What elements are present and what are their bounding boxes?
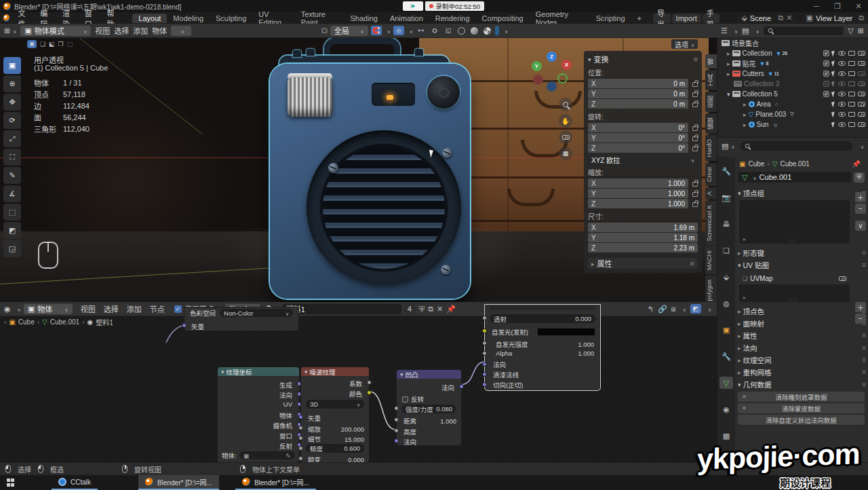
vertex-groups-list[interactable]: ▸ :::: bbox=[739, 200, 850, 244]
transform-pivot-icon[interactable]: ⛋ bbox=[321, 26, 327, 35]
close-button[interactable]: ✕ bbox=[849, 2, 868, 11]
alpha-field[interactable]: Alpha1.000 bbox=[496, 350, 594, 357]
tab-world[interactable]: ◍ bbox=[719, 297, 733, 309]
emission-input-socket[interactable] bbox=[482, 328, 487, 333]
snap-dropdown[interactable] bbox=[384, 26, 391, 35]
outliner-filter-icon[interactable]: ▽ bbox=[848, 26, 853, 35]
editor-type-3dview-icon[interactable]: ⊞ bbox=[4, 26, 16, 35]
tab-material[interactable]: ◉ bbox=[719, 403, 733, 415]
viewport-3d[interactable]: ▣ ⊕ ✥ ⟳ ⤢ ⛶ ✎ ∡ ⬚ ◩ ◲ ▦ ❏ ⬕ ❐ ⬚ 用户透视 (1)… bbox=[0, 38, 717, 302]
sidebar-tab-tool[interactable]: 工具 bbox=[705, 70, 717, 90]
tool-extra-2[interactable]: ◲ bbox=[3, 240, 21, 257]
tool-add-cube[interactable]: ⬚ bbox=[3, 204, 21, 221]
pan-button[interactable]: ✋ bbox=[559, 114, 572, 128]
selectable-icon[interactable] bbox=[831, 121, 836, 128]
outliner-row-plane003[interactable]: ▽ Plane.003∇ bbox=[717, 109, 868, 119]
outliner-row-collection5[interactable]: Collection 5 ✓ bbox=[717, 89, 868, 99]
render-icon[interactable] bbox=[858, 112, 865, 117]
render-icon[interactable] bbox=[858, 71, 865, 76]
scale-y-field[interactable]: Y1.000 bbox=[588, 189, 688, 198]
scale-x-field[interactable]: X1.000 bbox=[588, 178, 688, 188]
clear-skin-data-button[interactable]: ✕清除蒙皮数据 bbox=[738, 403, 865, 413]
checkbox-icon[interactable]: ✓ bbox=[823, 50, 829, 56]
selectable-icon[interactable] bbox=[831, 101, 836, 107]
tool-transform[interactable]: ⛶ bbox=[3, 149, 21, 166]
manual-button[interactable]: 手册 bbox=[703, 14, 720, 23]
distortion-field[interactable]: 畸变0.000 bbox=[308, 455, 364, 462]
eye-icon[interactable] bbox=[838, 122, 846, 127]
lock-icon[interactable] bbox=[692, 147, 698, 151]
workspace-tab-modeling[interactable]: Modeling bbox=[167, 14, 210, 23]
properties-options-dropdown[interactable] bbox=[858, 142, 864, 150]
gizmo-toggle-icon[interactable]: ⛭ bbox=[429, 26, 440, 35]
tool-scale[interactable]: ⤢ bbox=[3, 130, 21, 147]
render-icon[interactable] bbox=[858, 122, 865, 127]
eye-icon[interactable] bbox=[838, 71, 846, 76]
strength-input-socket[interactable] bbox=[394, 406, 399, 411]
ortho-toggle-button[interactable]: ▦ bbox=[559, 147, 572, 160]
outliner-search-input[interactable] bbox=[764, 26, 844, 35]
vector-input-socket[interactable] bbox=[298, 415, 303, 419]
restore-button[interactable]: ❐ bbox=[828, 2, 847, 11]
eye-icon[interactable] bbox=[838, 51, 846, 56]
clear-sculpt-mask-button[interactable]: ✕清除雕刻遮罩数据 bbox=[738, 392, 865, 402]
eye-icon[interactable] bbox=[838, 92, 846, 96]
fake-user-shield-icon[interactable]: ⛨ bbox=[854, 172, 865, 183]
panel-uv-maps[interactable]: UV 贴图≡ bbox=[735, 259, 868, 271]
collection-toggle-icon[interactable]: ❐ bbox=[58, 41, 64, 48]
tool-settings-dropdown[interactable] bbox=[171, 26, 191, 36]
outliner-row-decal[interactable]: 贴花8 ✓ bbox=[717, 58, 868, 69]
add-uv-map-button[interactable]: ＋ bbox=[855, 302, 866, 312]
mode-dropdown[interactable]: ▣物体模式 bbox=[20, 26, 91, 36]
editor-type-properties-icon[interactable]: ▤ bbox=[722, 142, 728, 151]
uv-map-item[interactable]: ❏ UVMap bbox=[739, 272, 850, 284]
normal-input-socket[interactable] bbox=[394, 438, 399, 443]
minimize-button[interactable]: ─ bbox=[807, 2, 826, 10]
normal-input-socket[interactable] bbox=[482, 362, 487, 366]
zoom-button[interactable] bbox=[559, 98, 572, 111]
lock-icon[interactable] bbox=[692, 82, 698, 87]
viewport-disable-icon[interactable] bbox=[848, 112, 855, 117]
tab-object-data[interactable]: ▽ bbox=[719, 377, 733, 389]
emission-strength-input-socket[interactable] bbox=[482, 341, 487, 345]
lock-icon[interactable] bbox=[692, 102, 698, 107]
active-render-icon[interactable] bbox=[839, 276, 846, 281]
object-menu[interactable]: 物体 bbox=[152, 25, 167, 36]
remove-vertex-group-button[interactable]: − bbox=[855, 204, 866, 214]
dimensions-dropdown[interactable]: 3D bbox=[306, 400, 364, 409]
shading-solid-icon[interactable] bbox=[471, 27, 478, 35]
location-z-field[interactable]: Z0 m bbox=[588, 99, 688, 109]
viewport-disable-icon[interactable] bbox=[848, 71, 855, 76]
eye-icon[interactable] bbox=[838, 61, 846, 66]
collection-toggle-icon[interactable]: ⬕ bbox=[49, 41, 55, 48]
selectable-icon[interactable] bbox=[831, 50, 836, 56]
orientation-dropdown[interactable]: 全局 bbox=[330, 26, 368, 36]
normal-output-socket[interactable] bbox=[459, 384, 464, 389]
viewport-disable-icon[interactable] bbox=[848, 81, 855, 86]
scene-selector[interactable]: ⬙Scene ⧉✕ bbox=[737, 13, 796, 23]
sidebar-tab-machin3[interactable]: MACHI bbox=[705, 246, 717, 274]
blender-menu-icon[interactable] bbox=[3, 14, 9, 22]
sidebar-tab-item[interactable]: 项 bbox=[705, 54, 717, 69]
shader-editor[interactable]: ◉ ▣物体 视图 选择 添加 节点 ✓ 使用节点 Slot 1 塑料1 4 ⛨ … bbox=[0, 302, 717, 462]
workspace-tab-shading[interactable]: Shading bbox=[344, 14, 384, 23]
import-button[interactable]: Import bbox=[672, 14, 701, 23]
rotation-z-field[interactable]: Z0° bbox=[588, 143, 688, 153]
image-texture-node[interactable]: 色彩空间 Non-Color 矢量 bbox=[184, 307, 299, 331]
new-collection-icon[interactable]: ⊞ bbox=[858, 26, 864, 35]
vector-input-socket[interactable] bbox=[182, 323, 186, 328]
noise-texture-node[interactable]: 噪波纹理 系数 颜色 3D 矢量 缩放200.000 细节15.000 糙度0.… bbox=[300, 366, 370, 462]
transmission-input-socket[interactable] bbox=[482, 316, 487, 320]
shading-material-icon[interactable] bbox=[484, 27, 491, 35]
editor-type-outliner-icon[interactable]: ☰ bbox=[721, 26, 728, 35]
tangent-input-socket[interactable] bbox=[482, 382, 487, 387]
shading-dropdown[interactable] bbox=[502, 26, 508, 35]
render-icon[interactable] bbox=[858, 61, 865, 66]
invert-checkbox[interactable]: 反转 bbox=[402, 394, 424, 404]
dim-x-field[interactable]: X1.69 m bbox=[588, 223, 698, 232]
properties-search-input[interactable] bbox=[741, 141, 852, 151]
selectable-icon[interactable] bbox=[831, 91, 836, 97]
tool-extra-1[interactable]: ◩ bbox=[3, 222, 21, 239]
bump-node[interactable]: 凹凸 法向 反转 强度/力度0.080 距离1.000 高度 法向 bbox=[396, 369, 462, 446]
lock-icon[interactable] bbox=[692, 126, 698, 131]
